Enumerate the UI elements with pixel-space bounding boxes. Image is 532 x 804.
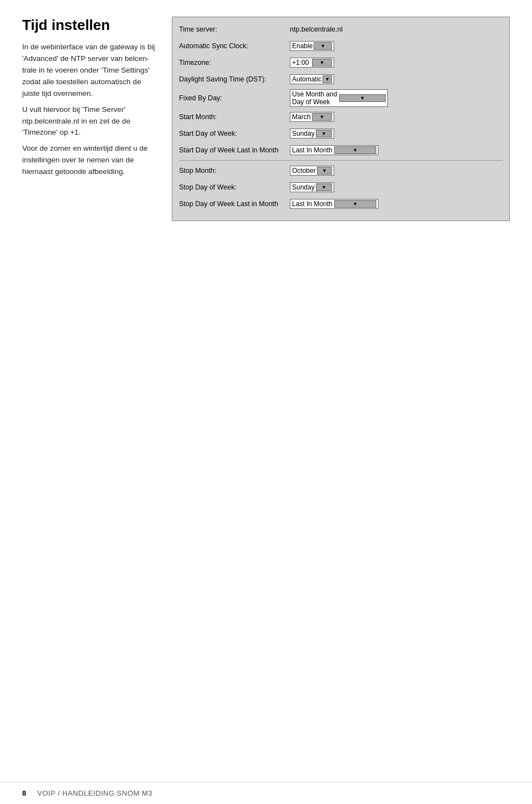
- setting-select-text: +1:00: [292, 59, 311, 66]
- left-column: Tijd instellen In de webinterface van de…: [22, 17, 155, 182]
- select-arrow-icon[interactable]: ▼: [334, 200, 376, 208]
- setting-row: Time server:ntp.belcentrale.nl: [179, 23, 503, 36]
- setting-label: Fixed By Day:: [179, 94, 290, 102]
- setting-select[interactable]: October▼: [290, 166, 334, 176]
- setting-select[interactable]: March▼: [290, 112, 334, 122]
- select-arrow-icon[interactable]: ▼: [316, 130, 332, 137]
- setting-label: Stop Month:: [179, 167, 290, 175]
- setting-select-text: Sunday: [292, 183, 315, 191]
- select-arrow-icon[interactable]: ▼: [312, 113, 332, 121]
- setting-label: Automatic Sync Clock:: [179, 42, 290, 50]
- setting-row: Stop Month:October▼: [179, 164, 503, 177]
- setting-row: Daylight Saving Time (DST):Automatic▼: [179, 73, 503, 86]
- select-arrow-icon[interactable]: ▼: [323, 75, 332, 83]
- setting-select[interactable]: Use Month and Day of Week▼: [290, 89, 388, 107]
- setting-row: Automatic Sync Clock:Enable▼: [179, 39, 503, 53]
- setting-select-text: October: [292, 167, 316, 175]
- body-text: In de webinterface van de gateway is bij…: [22, 42, 155, 178]
- setting-label: Stop Day of Week Last in Month: [179, 200, 290, 208]
- select-arrow-icon[interactable]: ▼: [339, 94, 386, 102]
- setting-label: Daylight Saving Time (DST):: [179, 75, 290, 83]
- setting-text-value: ntp.belcentrale.nl: [290, 25, 503, 33]
- setting-select-text: Automatic: [292, 75, 321, 83]
- select-arrow-icon[interactable]: ▼: [316, 183, 332, 191]
- setting-row: Timezone:+1:00▼: [179, 56, 503, 69]
- setting-select-text: Last In Month: [292, 200, 333, 208]
- setting-row: Start Month:March▼: [179, 110, 503, 124]
- setting-select[interactable]: Sunday▼: [290, 129, 334, 139]
- setting-label: Start Day of Week Last in Month: [179, 146, 290, 154]
- setting-select-text: Enable: [292, 42, 313, 50]
- setting-label: Stop Day of Week:: [179, 183, 290, 191]
- select-arrow-icon[interactable]: ▼: [317, 167, 332, 175]
- body-paragraph: U vult hiervoor bij 'Time Server' ntp.be…: [22, 104, 155, 139]
- setting-select[interactable]: Last In Month▼: [290, 199, 378, 209]
- setting-select-text: March: [292, 113, 311, 121]
- setting-label: Start Month:: [179, 113, 290, 121]
- body-paragraph: Voor de zomer en win­tertijd dient u de …: [22, 143, 155, 178]
- setting-label: Timezone:: [179, 59, 290, 66]
- setting-row: Start Day of Week Last in MonthLast In M…: [179, 144, 503, 157]
- setting-select[interactable]: Last In Month▼: [290, 145, 378, 155]
- footer-title: VOIP / HANDLEIDING SNOM M3: [37, 789, 152, 797]
- setting-select[interactable]: Enable▼: [290, 41, 334, 51]
- setting-label: Time server:: [179, 25, 290, 33]
- setting-row: Stop Day of Week:Sunday▼: [179, 181, 503, 194]
- setting-select[interactable]: Sunday▼: [290, 182, 334, 192]
- body-paragraph: In de webinterface van de gateway is bij…: [22, 42, 155, 100]
- setting-row: Stop Day of Week Last in MonthLast In Mo…: [179, 197, 503, 211]
- select-arrow-icon[interactable]: ▼: [314, 42, 332, 50]
- setting-label: Start Day of Week:: [179, 130, 290, 137]
- setting-row: Start Day of Week:Sunday▼: [179, 127, 503, 140]
- footer-page-number: 8: [22, 789, 26, 797]
- setting-select-text: Sunday: [292, 130, 315, 137]
- select-arrow-icon[interactable]: ▼: [312, 59, 332, 66]
- right-column: Time server:ntp.belcentrale.nlAutomatic …: [172, 17, 510, 221]
- setting-select-text: Last In Month: [292, 146, 333, 154]
- setting-select[interactable]: +1:00▼: [290, 58, 334, 68]
- settings-panel: Time server:ntp.belcentrale.nlAutomatic …: [172, 17, 510, 221]
- setting-select[interactable]: Automatic▼: [290, 74, 334, 84]
- page-content: Tijd instellen In de webinterface van de…: [0, 0, 532, 265]
- page-title: Tijd instellen: [22, 17, 155, 34]
- select-arrow-icon[interactable]: ▼: [334, 146, 376, 154]
- page-footer: 8 VOIP / HANDLEIDING SNOM M3: [0, 782, 532, 804]
- setting-row: Fixed By Day:Use Month and Day of Week▼: [179, 89, 503, 107]
- setting-select-text: Use Month and Day of Week: [292, 90, 338, 106]
